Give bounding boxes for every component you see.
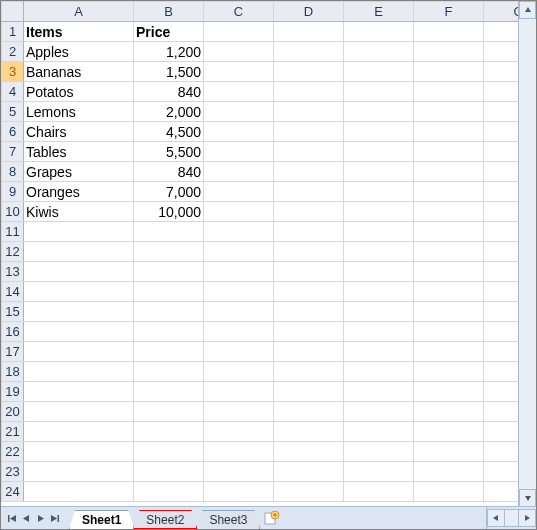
cell-D3[interactable] xyxy=(274,62,344,82)
cell-B5[interactable]: 2,000 xyxy=(134,102,204,122)
row-head-18[interactable]: 18 xyxy=(2,362,24,382)
hscroll-right-icon[interactable] xyxy=(518,509,536,527)
cell-F22[interactable] xyxy=(414,442,484,462)
cell-F2[interactable] xyxy=(414,42,484,62)
cell-D8[interactable] xyxy=(274,162,344,182)
cell-E8[interactable] xyxy=(344,162,414,182)
cell-F18[interactable] xyxy=(414,362,484,382)
cell-C4[interactable] xyxy=(204,82,274,102)
row-head-2[interactable]: 2 xyxy=(2,42,24,62)
sheet-tab-sheet1[interactable]: Sheet1 xyxy=(69,510,134,529)
cell-C1[interactable] xyxy=(204,22,274,42)
cell-B3[interactable]: 1,500 xyxy=(134,62,204,82)
cell-F24[interactable] xyxy=(414,482,484,502)
cell-A2[interactable]: Apples xyxy=(24,42,134,62)
cell-F7[interactable] xyxy=(414,142,484,162)
row-head-23[interactable]: 23 xyxy=(2,462,24,482)
row-head-3[interactable]: 3 xyxy=(2,62,24,82)
cell-E1[interactable] xyxy=(344,22,414,42)
cell-E15[interactable] xyxy=(344,302,414,322)
cell-E21[interactable] xyxy=(344,422,414,442)
cell-D13[interactable] xyxy=(274,262,344,282)
row-head-13[interactable]: 13 xyxy=(2,262,24,282)
cell-F3[interactable] xyxy=(414,62,484,82)
cell-B13[interactable] xyxy=(134,262,204,282)
row-head-6[interactable]: 6 xyxy=(2,122,24,142)
cell-D2[interactable] xyxy=(274,42,344,62)
col-head-B[interactable]: B xyxy=(134,2,204,22)
cell-D12[interactable] xyxy=(274,242,344,262)
cell-D9[interactable] xyxy=(274,182,344,202)
cell-A17[interactable] xyxy=(24,342,134,362)
col-head-A[interactable]: A xyxy=(24,2,134,22)
cell-B24[interactable] xyxy=(134,482,204,502)
cell-D1[interactable] xyxy=(274,22,344,42)
cell-B21[interactable] xyxy=(134,422,204,442)
cell-D14[interactable] xyxy=(274,282,344,302)
row-head-9[interactable]: 9 xyxy=(2,182,24,202)
cell-A11[interactable] xyxy=(24,222,134,242)
cell-F1[interactable] xyxy=(414,22,484,42)
tab-nav-last-icon[interactable] xyxy=(47,509,61,527)
hscroll-left-icon[interactable] xyxy=(487,509,505,527)
cell-B23[interactable] xyxy=(134,462,204,482)
cell-D11[interactable] xyxy=(274,222,344,242)
cell-B17[interactable] xyxy=(134,342,204,362)
cell-F21[interactable] xyxy=(414,422,484,442)
cell-A14[interactable] xyxy=(24,282,134,302)
row-head-16[interactable]: 16 xyxy=(2,322,24,342)
cell-C23[interactable] xyxy=(204,462,274,482)
col-head-F[interactable]: F xyxy=(414,2,484,22)
cell-B4[interactable]: 840 xyxy=(134,82,204,102)
cell-D23[interactable] xyxy=(274,462,344,482)
row-head-14[interactable]: 14 xyxy=(2,282,24,302)
cell-E6[interactable] xyxy=(344,122,414,142)
cell-C12[interactable] xyxy=(204,242,274,262)
cell-E2[interactable] xyxy=(344,42,414,62)
cell-B8[interactable]: 840 xyxy=(134,162,204,182)
cell-C6[interactable] xyxy=(204,122,274,142)
row-head-24[interactable]: 24 xyxy=(2,482,24,502)
cell-D22[interactable] xyxy=(274,442,344,462)
cell-B12[interactable] xyxy=(134,242,204,262)
cell-A3[interactable]: Bananas xyxy=(24,62,134,82)
cell-F10[interactable] xyxy=(414,202,484,222)
vertical-scrollbar[interactable] xyxy=(518,1,536,507)
cell-D5[interactable] xyxy=(274,102,344,122)
select-all-corner[interactable] xyxy=(2,2,24,22)
cell-C21[interactable] xyxy=(204,422,274,442)
cell-F4[interactable] xyxy=(414,82,484,102)
row-head-11[interactable]: 11 xyxy=(2,222,24,242)
cell-B9[interactable]: 7,000 xyxy=(134,182,204,202)
cell-C14[interactable] xyxy=(204,282,274,302)
col-head-E[interactable]: E xyxy=(344,2,414,22)
cell-A23[interactable] xyxy=(24,462,134,482)
sheet-tab-sheet3[interactable]: Sheet3 xyxy=(196,510,260,529)
cell-E5[interactable] xyxy=(344,102,414,122)
cell-C20[interactable] xyxy=(204,402,274,422)
cell-A5[interactable]: Lemons xyxy=(24,102,134,122)
cell-E10[interactable] xyxy=(344,202,414,222)
cell-A13[interactable] xyxy=(24,262,134,282)
cell-C24[interactable] xyxy=(204,482,274,502)
cell-E7[interactable] xyxy=(344,142,414,162)
cell-F8[interactable] xyxy=(414,162,484,182)
cell-A10[interactable]: Kiwis xyxy=(24,202,134,222)
spreadsheet-grid[interactable]: A B C D E F G 1ItemsPrice2Apples1,2003Ba… xyxy=(1,1,536,506)
cell-C13[interactable] xyxy=(204,262,274,282)
cell-D19[interactable] xyxy=(274,382,344,402)
cell-E24[interactable] xyxy=(344,482,414,502)
sheet-tab-sheet2[interactable]: Sheet2 xyxy=(133,510,197,529)
cell-A16[interactable] xyxy=(24,322,134,342)
cell-F20[interactable] xyxy=(414,402,484,422)
scroll-down-icon[interactable] xyxy=(519,489,536,507)
cell-A12[interactable] xyxy=(24,242,134,262)
cell-A19[interactable] xyxy=(24,382,134,402)
cell-D21[interactable] xyxy=(274,422,344,442)
cell-F5[interactable] xyxy=(414,102,484,122)
cell-B22[interactable] xyxy=(134,442,204,462)
cell-E19[interactable] xyxy=(344,382,414,402)
tab-nav-first-icon[interactable] xyxy=(5,509,19,527)
cell-C9[interactable] xyxy=(204,182,274,202)
cell-D4[interactable] xyxy=(274,82,344,102)
